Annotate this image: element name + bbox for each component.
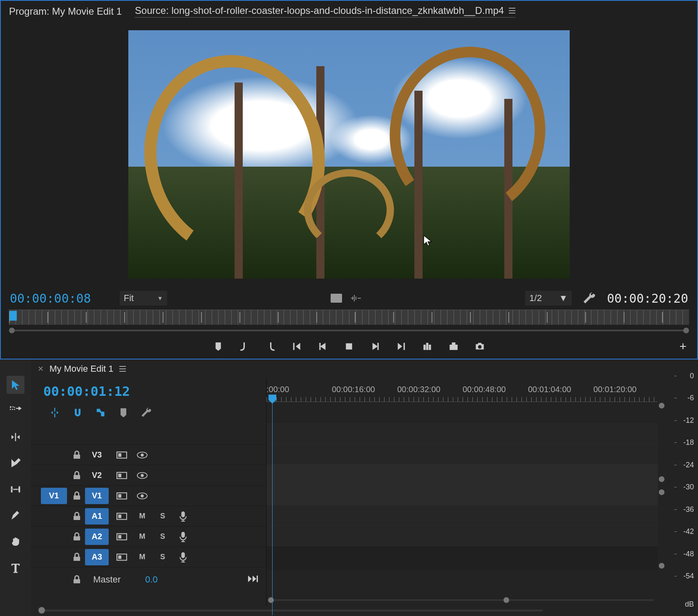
add-marker-button[interactable] [211,339,226,354]
voiceover-icon[interactable] [177,511,189,522]
timeline-playhead[interactable] [272,395,273,615]
button-editor-plus-icon[interactable]: + [679,339,687,353]
type-tool[interactable] [7,559,25,577]
program-time-ruler[interactable] [9,310,689,325]
source-patch-v1[interactable]: V1 [41,488,67,504]
track-header-zoom[interactable] [31,605,665,616]
source-title-tab[interactable]: Source: long-shot-of-roller-coaster-loop… [135,5,515,18]
export-frame-button[interactable] [472,339,487,354]
ruler-tick-label: :00:00 [266,385,289,394]
svg-rect-8 [118,473,121,477]
db-unit-label: dB [685,600,694,609]
timeline-playhead-timecode[interactable]: 00:00:01:12 [43,384,130,399]
sync-lock-icon[interactable] [116,470,128,481]
lock-toggle-a1[interactable] [69,512,85,521]
track-target-a2[interactable]: A2 [85,529,109,545]
step-forward-button[interactable] [368,339,383,354]
db-scale-label: -42 [683,527,694,536]
hand-tool[interactable] [7,533,25,551]
lock-toggle-v1[interactable] [69,491,85,500]
selection-tool[interactable] [7,376,25,394]
play-stop-toggle-button[interactable] [342,339,356,354]
timeline-ruler[interactable]: :00:0000:00:16:0000:00:32:0000:00:48:000… [266,385,665,403]
razor-tool[interactable] [7,454,25,472]
voiceover-icon[interactable] [177,531,189,542]
source-patch-a1[interactable] [41,508,67,524]
program-playhead[interactable] [9,311,17,321]
sync-lock-icon[interactable] [116,491,128,501]
mute-toggle[interactable]: M [136,511,148,522]
sync-lock-icon[interactable] [116,552,128,562]
toggle-track-output-icon[interactable] [136,450,148,460]
solo-toggle[interactable]: S [157,511,168,522]
add-marker-toggle[interactable] [118,407,129,420]
source-patch-v2[interactable] [41,467,67,484]
insert-sequence-toggle[interactable] [49,407,60,420]
svg-rect-12 [118,494,121,498]
tracks-canvas[interactable] [266,423,658,595]
lock-toggle-master[interactable] [69,575,85,584]
go-to-out-button[interactable] [394,339,409,354]
source-patch-a2[interactable] [41,529,67,545]
mark-out-button[interactable] [263,339,278,354]
toggle-track-output-icon[interactable] [136,470,148,481]
panel-menu-icon[interactable] [509,8,515,13]
toggle-track-output-icon[interactable] [136,491,148,501]
program-zoom-scroll[interactable] [9,328,689,333]
playback-resolution-dropdown[interactable]: 1/2 ▼ [525,291,572,306]
track-target-v2[interactable]: V2 [85,467,109,484]
track-target-a3[interactable]: A3 [85,549,109,565]
timeline-panel-menu-icon[interactable] [119,366,126,372]
track-select-tool[interactable] [7,402,25,420]
solo-toggle[interactable]: S [157,552,168,562]
mark-in-button[interactable] [237,339,252,354]
drag-audio-only-icon[interactable] [350,294,362,302]
ripple-edit-tool[interactable] [7,428,25,446]
svg-rect-23 [181,552,185,558]
lock-toggle-v2[interactable] [69,471,85,480]
program-title-label: Program: My Movie Edit 1 [9,6,122,17]
track-target-v1[interactable]: V1 [85,488,109,504]
zoom-fit-dropdown[interactable]: Fit ▼ [120,291,167,306]
lock-toggle-a3[interactable] [69,553,85,562]
track-target-a1[interactable]: A1 [85,508,109,524]
source-patch-a3[interactable] [41,549,67,565]
drag-video-only-icon[interactable] [331,294,342,303]
lock-toggle-v3[interactable] [69,451,85,460]
close-sequence-button[interactable]: ✕ [38,364,44,373]
solo-toggle[interactable]: S [157,531,168,542]
step-back-button[interactable] [315,339,330,354]
svg-rect-22 [118,555,121,559]
master-value[interactable]: 0.0 [145,574,158,585]
db-scale-label: 0 [690,372,694,380]
mute-toggle[interactable]: M [136,552,148,562]
video-preview[interactable] [128,30,570,279]
insert-button[interactable] [420,339,435,354]
pen-tool[interactable] [7,507,25,524]
timeline-display-settings-icon[interactable] [141,407,152,420]
go-to-in-button[interactable] [289,339,304,354]
sync-lock-icon[interactable] [116,511,128,522]
horizontal-zoom-scroll[interactable] [266,596,658,604]
vertical-scroll[interactable] [658,400,665,595]
source-patch-v3[interactable] [41,447,67,463]
master-skip-icon[interactable] [247,575,258,585]
slip-tool[interactable] [7,480,25,498]
linked-selection-toggle[interactable] [95,407,106,420]
sync-lock-icon[interactable] [116,450,128,460]
current-timecode[interactable]: 00:00:00:08 [10,291,91,306]
sequence-name-label[interactable]: My Movie Edit 1 [49,364,114,374]
sync-lock-icon[interactable] [116,531,128,542]
svg-rect-19 [118,535,121,538]
lock-toggle-a2[interactable] [69,532,85,541]
playback-resolution-label: 1/2 [529,293,542,304]
overwrite-button[interactable] [446,339,461,354]
snap-toggle[interactable] [72,407,83,420]
db-scale-label: -18 [683,438,694,447]
audio-meter-panel: dB 0-6-12-18-24-30-36-42-48-54 [665,359,698,616]
mute-toggle[interactable]: M [136,531,148,542]
track-target-v3[interactable]: V3 [85,447,109,463]
voiceover-icon[interactable] [177,552,189,562]
track-header-v3: V3 [31,444,266,465]
settings-wrench-icon[interactable] [582,291,596,305]
